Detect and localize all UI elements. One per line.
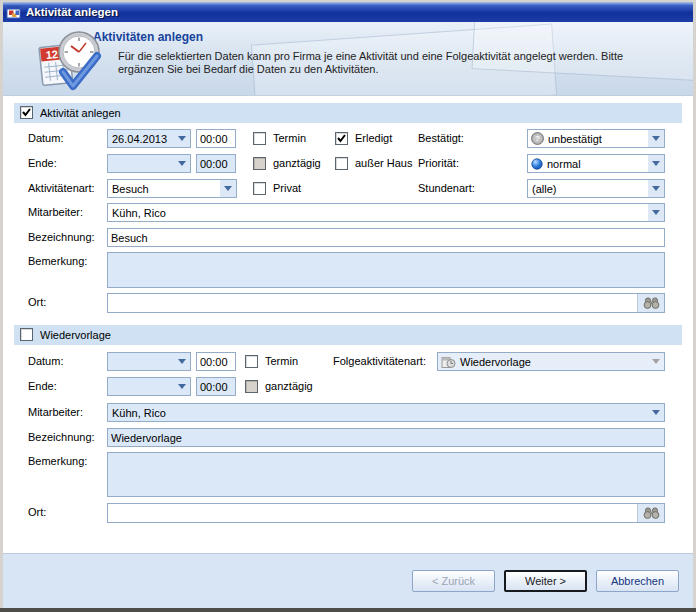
binoculars-icon xyxy=(643,507,660,519)
next-button[interactable]: Weiter > xyxy=(504,570,587,592)
app-icon xyxy=(6,4,22,20)
followup-bezeichnung-input[interactable] xyxy=(107,428,665,447)
privat-checkbox[interactable] xyxy=(253,182,266,195)
followup-ende-combo[interactable] xyxy=(107,377,191,396)
cancel-button[interactable]: Abbrechen xyxy=(596,570,679,592)
check-icon xyxy=(336,133,347,144)
section-followup-band: Wiedervorlage xyxy=(14,325,682,345)
followup-ganztaegig-label: ganztägig xyxy=(265,377,313,396)
calendar-clock-icon: 12 xyxy=(37,28,103,94)
chevron-down-icon xyxy=(174,353,190,370)
frame-bottom xyxy=(0,608,696,612)
chevron-down-icon xyxy=(648,130,664,147)
binoculars-icon xyxy=(643,297,660,309)
question-icon: ? xyxy=(531,132,544,145)
priority-normal-icon xyxy=(531,158,543,170)
chevron-down-icon xyxy=(174,378,190,395)
aktivitaetenart-combo[interactable]: Besuch xyxy=(107,179,237,198)
ende-combo[interactable] xyxy=(107,154,191,173)
ausser-haus-checkbox[interactable] xyxy=(335,157,348,170)
mitarbeiter-label: Mitarbeiter: xyxy=(28,203,83,222)
ausser-haus-label: außer Haus xyxy=(355,154,412,173)
ort-field xyxy=(107,293,665,313)
check-icon xyxy=(21,107,32,118)
dialog-window: Aktivität anlegen ✕ Aktivitäten anlegen … xyxy=(0,0,696,612)
section-activity-title: Aktivität anlegen xyxy=(40,103,121,123)
chevron-down-icon xyxy=(648,353,664,370)
datum-time-input[interactable] xyxy=(196,129,236,148)
erledigt-checkbox[interactable] xyxy=(335,132,348,145)
footer-strip xyxy=(3,553,693,608)
privat-label: Privat xyxy=(273,179,301,198)
followup-ganztaegig-checkbox[interactable] xyxy=(245,380,258,393)
bezeichnung-input[interactable] xyxy=(107,228,665,247)
ort-label: Ort: xyxy=(28,293,46,312)
followup-ort-search-button[interactable] xyxy=(637,504,664,522)
followup-datum-combo[interactable] xyxy=(107,352,191,371)
ganztaegig-label: ganztägig xyxy=(273,154,321,173)
aktivitaetenart-label: Aktivitätenart: xyxy=(28,179,95,198)
followup-bemerkung-label: Bemerkung: xyxy=(28,452,87,471)
followup-bemerkung-textarea[interactable] xyxy=(107,452,665,497)
prioritaet-label: Priorität: xyxy=(418,154,459,173)
chevron-down-icon xyxy=(220,180,236,197)
chevron-down-icon xyxy=(648,404,664,421)
chevron-down-icon xyxy=(174,155,190,172)
ende-label: Ende: xyxy=(28,154,57,173)
followup-termin-checkbox[interactable] xyxy=(245,355,258,368)
folgeart-label: Folgeaktivitätenart: xyxy=(333,352,426,371)
ort-input[interactable] xyxy=(108,294,637,312)
section-activity-band: Aktivität anlegen xyxy=(14,103,682,123)
termin-checkbox[interactable] xyxy=(253,132,266,145)
svg-text:?: ? xyxy=(535,134,540,143)
stundenart-combo[interactable]: (alle) xyxy=(527,179,665,198)
frame-top xyxy=(0,0,696,2)
followup-datum-time-input[interactable] xyxy=(196,352,236,371)
section-followup-title: Wiedervorlage xyxy=(40,325,111,345)
followup-datum-label: Datum: xyxy=(28,352,63,371)
window-title: Aktivität anlegen xyxy=(26,6,118,18)
folgeart-combo[interactable]: Wiedervorlage xyxy=(437,352,665,371)
chevron-down-icon xyxy=(174,130,190,147)
followup-ort-input[interactable] xyxy=(108,504,637,522)
chevron-down-icon xyxy=(648,204,664,221)
followup-ort-field xyxy=(107,503,665,523)
followup-mitarbeiter-label: Mitarbeiter: xyxy=(28,403,83,422)
mitarbeiter-combo[interactable]: Kühn, Rico xyxy=(107,203,665,222)
titlebar[interactable]: Aktivität anlegen xyxy=(3,2,693,22)
datum-combo[interactable]: 26.04.2013 xyxy=(107,129,191,148)
followup-termin-label: Termin xyxy=(265,352,298,371)
followup-mitarbeiter-combo[interactable]: Kühn, Rico xyxy=(107,403,665,422)
frame-left xyxy=(0,0,3,608)
termin-label: Termin xyxy=(273,129,306,148)
bezeichnung-label: Bezeichnung: xyxy=(28,228,95,247)
bestaetigt-combo[interactable]: ? unbestätigt xyxy=(527,129,665,148)
bemerkung-textarea[interactable] xyxy=(107,252,665,288)
erledigt-label: Erledigt xyxy=(355,129,392,148)
header-title: Aktivitäten anlegen xyxy=(93,30,203,44)
followup-enable-checkbox[interactable] xyxy=(20,328,33,341)
stundenart-label: Stundenart: xyxy=(418,179,475,198)
chevron-down-icon xyxy=(648,180,664,197)
bemerkung-label: Bemerkung: xyxy=(28,252,87,271)
bestaetigt-label: Bestätigt: xyxy=(418,129,464,148)
datum-label: Datum: xyxy=(28,129,63,148)
followup-ort-label: Ort: xyxy=(28,503,46,522)
dialog-header: Aktivitäten anlegen Für die selektierten… xyxy=(3,22,693,96)
activity-enable-checkbox[interactable] xyxy=(20,106,33,119)
chevron-down-icon xyxy=(648,155,664,172)
ganztaegig-checkbox[interactable] xyxy=(253,157,266,170)
followup-ende-label: Ende: xyxy=(28,377,57,396)
ende-time-input[interactable] xyxy=(196,154,236,173)
followup-type-icon xyxy=(441,355,456,369)
prioritaet-combo[interactable]: normal xyxy=(527,154,665,173)
followup-bezeichnung-label: Bezeichnung: xyxy=(28,428,95,447)
ort-search-button[interactable] xyxy=(637,294,664,312)
followup-ende-time-input[interactable] xyxy=(196,377,236,396)
header-description: Für die selektierten Daten kann pro Firm… xyxy=(118,50,640,76)
svg-text:12: 12 xyxy=(45,48,58,61)
back-button[interactable]: < Zurück xyxy=(412,570,495,592)
